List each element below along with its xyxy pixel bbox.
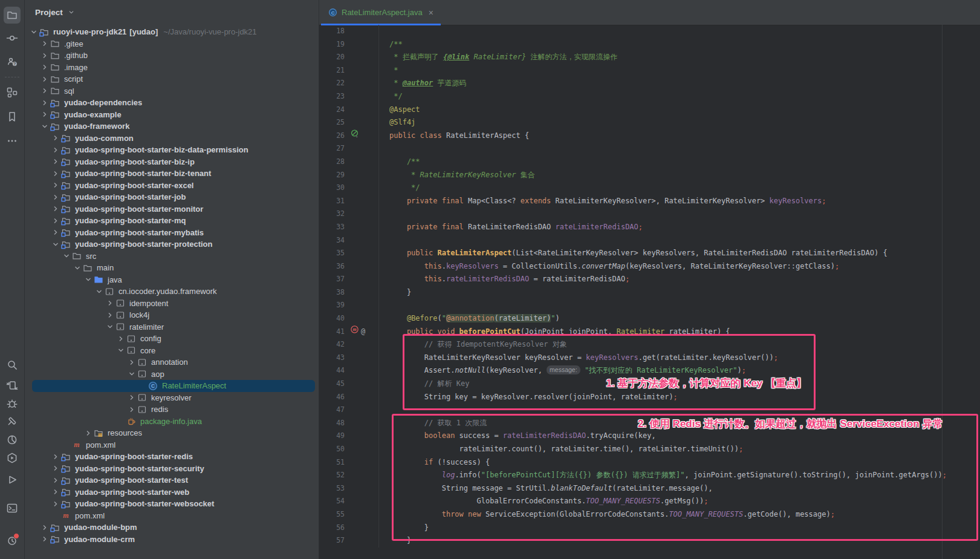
- line-number[interactable]: 49: [319, 430, 345, 443]
- tree-item-yudao-spring-boot-starter-protection[interactable]: yudao-spring-boot-starter-protection: [25, 238, 319, 250]
- profiler-icon[interactable]: [4, 431, 21, 448]
- chevron-collapsed-icon[interactable]: [105, 310, 115, 320]
- line-number[interactable]: 47: [319, 404, 345, 417]
- tree-item--gitee[interactable]: .gitee: [25, 38, 319, 50]
- tree-item-script[interactable]: script: [25, 73, 319, 85]
- project-icon[interactable]: [4, 7, 21, 24]
- chevron-collapsed-icon[interactable]: [126, 393, 137, 402]
- line-number[interactable]: 52: [319, 469, 345, 482]
- tab-close-icon[interactable]: ×: [429, 8, 433, 17]
- line-number[interactable]: 31: [319, 195, 345, 208]
- chevron-collapsed-icon[interactable]: [50, 145, 60, 155]
- line-number[interactable]: 50: [319, 443, 345, 456]
- commit-icon[interactable]: [4, 30, 21, 47]
- tree-item-yudao-spring-boot-starter-biz-tenant[interactable]: yudao-spring-boot-starter-biz-tenant: [25, 168, 319, 180]
- line-number[interactable]: 32: [319, 208, 345, 221]
- chevron-collapsed-icon[interactable]: [50, 180, 60, 190]
- build-icon[interactable]: [4, 413, 21, 430]
- chevron-collapsed-icon[interactable]: [50, 499, 60, 509]
- chevron-expanded-icon[interactable]: [28, 27, 39, 37]
- chevron-collapsed-icon[interactable]: [50, 452, 60, 462]
- chevron-collapsed-icon[interactable]: [50, 204, 60, 214]
- tree-item-pom-xml[interactable]: mpom.xml: [25, 439, 319, 451]
- chevron-collapsed-icon[interactable]: [115, 334, 126, 344]
- spring-bean-icon[interactable]: [350, 129, 359, 143]
- pull-requests-icon[interactable]: ?: [4, 53, 21, 70]
- line-number[interactable]: 35: [319, 247, 345, 260]
- tab-ratelimiteraspect[interactable]: C RateLimiterAspect.java ×: [321, 0, 441, 25]
- tree-item-yudao-dependencies[interactable]: yudao-dependencies: [25, 97, 319, 109]
- tree-item-resources[interactable]: resources: [25, 427, 319, 439]
- chevron-expanded-icon[interactable]: [39, 122, 50, 131]
- line-number[interactable]: 55: [319, 508, 345, 521]
- line-number[interactable]: 57: [319, 534, 345, 548]
- tree-item-yudao-spring-boot-starter-web[interactable]: yudao-spring-boot-starter-web: [25, 486, 319, 499]
- tree-item-yudao-spring-boot-starter-mybatis[interactable]: yudao-spring-boot-starter-mybatis: [25, 227, 319, 239]
- line-number[interactable]: 40: [319, 312, 345, 325]
- line-number[interactable]: 18: [319, 25, 345, 38]
- line-number[interactable]: 46: [319, 391, 345, 404]
- project-panel-header[interactable]: Project: [25, 0, 319, 24]
- tree-item-yudao-spring-boot-starter-websocket[interactable]: yudao-spring-boot-starter-websocket: [25, 498, 319, 510]
- dependencies-icon[interactable]: [4, 377, 21, 394]
- chevron-collapsed-icon[interactable]: [39, 523, 50, 532]
- tree-item-redis[interactable]: redis: [25, 404, 319, 416]
- line-number[interactable]: 51: [319, 456, 345, 469]
- line-number[interactable]: 34: [319, 234, 345, 247]
- tree-item-lock4j[interactable]: lock4j: [25, 309, 319, 321]
- chevron-collapsed-icon[interactable]: [39, 110, 50, 119]
- search-icon[interactable]: [4, 356, 21, 373]
- tree-item-java[interactable]: java: [25, 274, 319, 286]
- chevron-collapsed-icon[interactable]: [50, 169, 60, 178]
- tree-item-yudao-spring-boot-starter-biz-ip[interactable]: yudao-spring-boot-starter-biz-ip: [25, 156, 319, 168]
- tree-item--image[interactable]: .image: [25, 62, 319, 74]
- line-number[interactable]: 25: [319, 116, 345, 129]
- tree-item-aop[interactable]: aop: [25, 368, 319, 381]
- line-number[interactable]: 48: [319, 417, 345, 430]
- line-number[interactable]: 29: [319, 169, 345, 182]
- chevron-expanded-icon[interactable]: [126, 369, 137, 379]
- tree-item-yudao-spring-boot-starter-test[interactable]: yudao-spring-boot-starter-test: [25, 474, 319, 486]
- tree-item-pom-xml[interactable]: mpom.xml: [25, 510, 319, 522]
- line-number[interactable]: 19: [319, 38, 345, 51]
- chevron-collapsed-icon[interactable]: [50, 157, 60, 166]
- line-number[interactable]: 27: [319, 142, 345, 155]
- line-number[interactable]: 53: [319, 482, 345, 495]
- chevron-collapsed-icon[interactable]: [39, 62, 50, 72]
- tree-item-ratelimiteraspect[interactable]: CRateLimiterAspect: [32, 380, 315, 392]
- tree-item-yudao-spring-boot-starter-excel[interactable]: yudao-spring-boot-starter-excel: [25, 180, 319, 192]
- line-number[interactable]: 30: [319, 181, 345, 195]
- run-icon[interactable]: [4, 471, 21, 488]
- chevron-collapsed-icon[interactable]: [50, 227, 60, 237]
- tree-item-ratelimiter[interactable]: ratelimiter: [25, 321, 319, 333]
- line-number[interactable]: 20: [319, 51, 345, 64]
- chevron-collapsed-icon[interactable]: [39, 39, 50, 48]
- tree-item-yudao-spring-boot-starter-mq[interactable]: yudao-spring-boot-starter-mq: [25, 215, 319, 227]
- chevron-collapsed-icon[interactable]: [39, 534, 50, 544]
- line-number[interactable]: 21: [319, 64, 345, 77]
- tree-item-package-info-java[interactable]: package-info.java: [25, 416, 319, 428]
- chevron-collapsed-icon[interactable]: [126, 358, 137, 367]
- tree-item-sql[interactable]: sql: [25, 85, 319, 97]
- more-icon[interactable]: [4, 132, 21, 149]
- chevron-collapsed-icon[interactable]: [39, 98, 50, 108]
- chevron-expanded-icon[interactable]: [61, 251, 71, 261]
- tree-item-ruoyi-vue-pro-jdk21[interactable]: ruoyi-vue-pro-jdk21[yudao]~/Java/ruoyi-v…: [25, 26, 319, 38]
- notifications-icon[interactable]: [4, 532, 21, 549]
- tree-item-yudao-module-crm[interactable]: yudao-module-crm: [25, 534, 319, 546]
- tree-item-src[interactable]: src: [25, 250, 319, 263]
- tree-item-config[interactable]: config: [25, 333, 319, 345]
- tree-item-yudao-spring-boot-starter-biz-data-permission[interactable]: yudao-spring-boot-starter-biz-data-permi…: [25, 144, 319, 156]
- tree-item--github[interactable]: .github: [25, 50, 319, 62]
- chevron-collapsed-icon[interactable]: [39, 86, 50, 96]
- tree-item-yudao-module-bpm[interactable]: yudao-module-bpm: [25, 521, 319, 534]
- chevron-collapsed-icon[interactable]: [39, 74, 50, 84]
- aop-advice-icon[interactable]: m: [350, 325, 359, 339]
- chevron-expanded-icon[interactable]: [105, 322, 115, 332]
- line-number[interactable]: 28: [319, 155, 345, 169]
- tree-item-annotation[interactable]: annotation: [25, 356, 319, 368]
- chevron-collapsed-icon[interactable]: [50, 192, 60, 202]
- line-number[interactable]: 54: [319, 495, 345, 508]
- line-number[interactable]: 43: [319, 351, 345, 365]
- line-number[interactable]: 24: [319, 103, 345, 117]
